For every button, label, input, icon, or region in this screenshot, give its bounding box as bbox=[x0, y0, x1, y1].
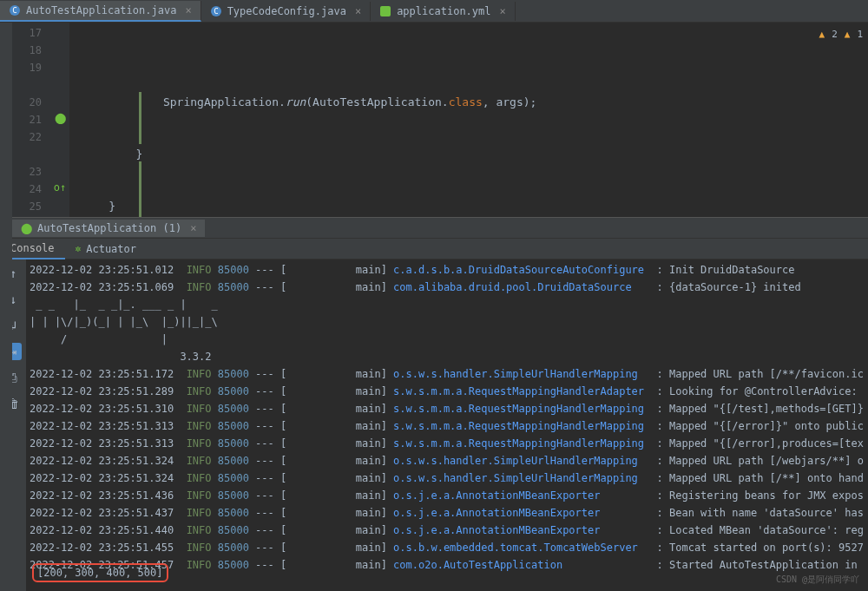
class-icon: C bbox=[9, 4, 21, 16]
close-icon[interactable]: × bbox=[185, 4, 191, 16]
log-line: _ _ |_ _ _|_. ___ _ | _ bbox=[30, 296, 865, 313]
code-area[interactable]: SpringApplication.run(AutoTestApplicatio… bbox=[69, 23, 868, 217]
file-tab-label: AutoTestApplication.java bbox=[26, 4, 176, 16]
log-line: 2022-12-02 23:25:51.310 INFO 85000 --- [… bbox=[30, 400, 865, 417]
log-line: 3.3.2 bbox=[30, 348, 865, 365]
watermark: CSDN @是阿俏同学吖 bbox=[776, 574, 859, 586]
file-tab-label: application.yml bbox=[397, 5, 490, 17]
output-highlight: [200, 300, 400, 500] bbox=[32, 563, 168, 582]
run-config-tab[interactable]: ⬤ AutoTestApplication (1) × bbox=[12, 220, 205, 237]
bean-icon[interactable]: ⬤ bbox=[50, 109, 69, 127]
line-number-gutter: 171819 202122 23242526 bbox=[12, 23, 50, 217]
run-tab-bar: ⬤ AutoTestApplication (1) × bbox=[0, 218, 868, 239]
log-line: 2022-12-02 23:25:51.289 INFO 85000 --- [… bbox=[30, 383, 865, 400]
log-line: 2022-12-02 23:25:51.324 INFO 85000 --- [… bbox=[30, 470, 865, 487]
file-tab-label: TypeCodeConfig.java bbox=[227, 5, 346, 17]
left-tool-strip bbox=[0, 23, 12, 591]
code-editor[interactable]: 171819 202122 23242526 ⬤ o↑ SpringApplic… bbox=[12, 23, 868, 217]
close-icon[interactable]: × bbox=[190, 222, 196, 234]
log-line: 2022-12-02 23:25:51.455 INFO 85000 --- [… bbox=[30, 539, 865, 556]
svg-text:C: C bbox=[214, 7, 218, 16]
run-panel: ⬤ AutoTestApplication (1) × Console ✲ Ac… bbox=[0, 217, 868, 591]
close-icon[interactable]: × bbox=[500, 5, 506, 17]
log-line: | | |\/|_)(_| | |_\ |_)||_|_\ bbox=[30, 313, 865, 331]
class-icon: C bbox=[210, 5, 222, 17]
run-tab-label: AutoTestApplication (1) bbox=[37, 222, 181, 234]
svg-text:C: C bbox=[12, 6, 16, 15]
log-line: 2022-12-02 23:25:51.012 INFO 85000 --- [… bbox=[30, 261, 865, 279]
file-tab-main[interactable]: C AutoTestApplication.java × bbox=[0, 1, 201, 22]
inspection-badge[interactable]: ▲2 ▲1 bbox=[819, 26, 864, 43]
warning-icon: ▲ bbox=[819, 26, 825, 43]
log-line: 2022-12-02 23:25:51.436 INFO 85000 --- [… bbox=[30, 487, 865, 504]
log-line: 2022-12-02 23:25:51.437 INFO 85000 --- [… bbox=[30, 504, 865, 522]
spring-icon: ⬤ bbox=[21, 222, 32, 234]
close-icon[interactable]: × bbox=[355, 5, 361, 17]
override-icon[interactable]: o↑ bbox=[50, 179, 69, 196]
svg-rect-4 bbox=[380, 6, 391, 16]
tab-actuator[interactable]: ✲ Actuator bbox=[65, 240, 147, 259]
sub-tab-bar: Console ✲ Actuator bbox=[0, 239, 868, 259]
log-line: 2022-12-02 23:25:51.440 INFO 85000 --- [… bbox=[30, 522, 865, 539]
log-line: / | bbox=[30, 331, 865, 348]
file-tab-yml[interactable]: application.yml × bbox=[371, 2, 516, 21]
log-line: 2022-12-02 23:25:51.313 INFO 85000 --- [… bbox=[30, 435, 865, 452]
editor-tab-bar: C AutoTestApplication.java × C TypeCodeC… bbox=[0, 0, 868, 23]
warning-icon: ▲ bbox=[845, 26, 851, 43]
file-tab-config[interactable]: C TypeCodeConfig.java × bbox=[201, 2, 372, 21]
log-line: 2022-12-02 23:25:51.172 INFO 85000 --- [… bbox=[30, 365, 865, 383]
console-output[interactable]: 2022-12-02 23:25:51.012 INFO 85000 --- [… bbox=[26, 259, 868, 591]
actuator-icon: ✲ bbox=[76, 243, 82, 254]
log-line: 2022-12-02 23:25:51.313 INFO 85000 --- [… bbox=[30, 417, 865, 435]
yml-icon bbox=[379, 5, 391, 17]
gutter-icon-column: ⬤ o↑ bbox=[50, 23, 69, 217]
log-line: 2022-12-02 23:25:51.324 INFO 85000 --- [… bbox=[30, 452, 865, 470]
log-line: 2022-12-02 23:25:51.069 INFO 85000 --- [… bbox=[30, 279, 865, 296]
